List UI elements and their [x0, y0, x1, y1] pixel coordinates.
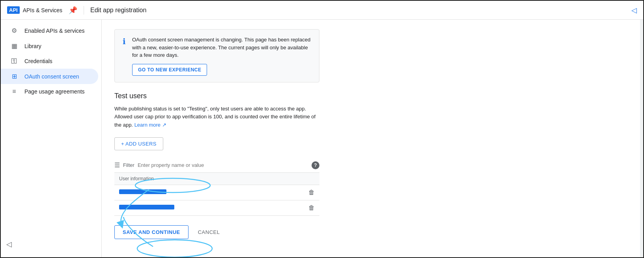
- settings-icon: ⚙: [10, 27, 18, 34]
- help-icon[interactable]: ?: [312, 161, 319, 169]
- sidebar-label-credentials: Credentials: [24, 58, 52, 64]
- action-bar: SAVE AND CONTINUE CANCEL: [114, 225, 627, 239]
- sidebar-label-enabled-apis: Enabled APIs & services: [24, 28, 85, 34]
- add-users-button[interactable]: + ADD USERS: [114, 137, 163, 150]
- library-icon: ▦: [10, 42, 18, 50]
- filter-icon: ☰: [114, 161, 120, 169]
- filter-bar: ☰ Filter ?: [114, 158, 319, 173]
- sidebar-label-library: Library: [24, 43, 41, 49]
- filter-label: Filter: [123, 162, 134, 168]
- delete-user-icon-2[interactable]: 🗑: [308, 204, 315, 211]
- collapse-sidebar-right-icon[interactable]: ◁: [631, 6, 637, 15]
- oauth-icon: ⊞: [10, 73, 18, 80]
- scrollbar[interactable]: [640, 20, 643, 257]
- table-header-user-info: User information: [114, 173, 319, 185]
- cancel-button[interactable]: CANCEL: [198, 229, 220, 235]
- sidebar-item-credentials[interactable]: ⚿ Credentials: [1, 54, 98, 69]
- learn-more-link[interactable]: Learn more ↗: [134, 122, 166, 128]
- user-delete-cell-2: 🗑: [279, 200, 319, 215]
- sidebar-item-enabled-apis[interactable]: ⚙ Enabled APIs & services: [1, 23, 98, 38]
- save-and-continue-button[interactable]: SAVE AND CONTINUE: [114, 225, 189, 239]
- table-row: 🗑: [114, 185, 319, 200]
- test-users-description: While publishing status is set to "Testi…: [114, 105, 319, 129]
- pin-icon[interactable]: 📌: [69, 6, 77, 15]
- sidebar-item-page-usage[interactable]: ≡ Page usage agreements: [1, 84, 98, 99]
- filter-input[interactable]: [138, 162, 308, 168]
- page-title: Edit app registration: [90, 7, 146, 14]
- notice-body: OAuth consent screen management is chang…: [132, 36, 311, 76]
- api-services-header: API APIs & Services 📌: [7, 6, 84, 15]
- api-badge: API: [7, 6, 20, 14]
- user-delete-cell-1: 🗑: [279, 185, 319, 200]
- test-users-title: Test users: [114, 92, 627, 100]
- sidebar-collapse-bottom[interactable]: ◁: [1, 237, 18, 252]
- notice-box: ℹ OAuth consent screen management is cha…: [114, 29, 319, 82]
- main-content: ℹ OAuth consent screen management is cha…: [102, 20, 640, 257]
- sidebar: ⚙ Enabled APIs & services ▦ Library ⚿ Cr…: [1, 20, 102, 257]
- sidebar-label-oauth: OAuth consent screen: [24, 73, 79, 80]
- sidebar-label-page-usage: Page usage agreements: [24, 88, 85, 95]
- svg-point-1: [137, 240, 212, 257]
- main-layout: ⚙ Enabled APIs & services ▦ Library ⚿ Cr…: [1, 20, 643, 257]
- go-to-new-experience-button[interactable]: GO TO NEW EXPERIENCE: [132, 64, 207, 76]
- user-email-cell-1: [114, 185, 279, 200]
- key-icon: ⚿: [10, 58, 18, 65]
- apis-services-label: APIs & Services: [23, 7, 62, 13]
- delete-user-icon-1[interactable]: 🗑: [308, 189, 315, 196]
- table-row: 🗑: [114, 200, 319, 215]
- user-email-redacted-1: [119, 189, 166, 194]
- info-icon: ℹ: [123, 37, 126, 46]
- user-email-cell-2: [114, 200, 279, 215]
- user-email-redacted-2: [119, 205, 174, 209]
- page-usage-icon: ≡: [10, 88, 18, 95]
- sidebar-item-library[interactable]: ▦ Library: [1, 38, 98, 54]
- notice-text: OAuth consent screen management is chang…: [132, 36, 311, 59]
- top-bar: API APIs & Services 📌 Edit app registrat…: [1, 1, 643, 20]
- user-table: User information 🗑 🗑: [114, 173, 319, 216]
- sidebar-item-oauth[interactable]: ⊞ OAuth consent screen: [1, 69, 98, 84]
